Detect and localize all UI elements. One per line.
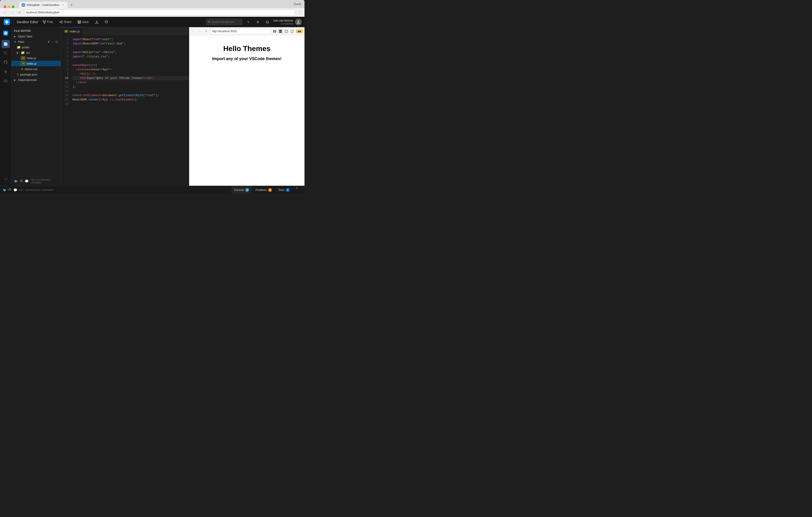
activity-bar <box>0 27 11 186</box>
editor-area: JS index.js 1 2 3 4 5 6 7 <box>61 27 304 186</box>
preview-forward-btn[interactable]: → <box>197 29 202 34</box>
tab-close-btn[interactable]: × <box>61 3 65 7</box>
files-new-btn[interactable]: + <box>51 40 54 44</box>
user-area[interactable]: Ives van Hoorne Compulves <box>273 19 302 25</box>
browser-tab[interactable]: 6wllzpj8wk - CodeSandbox × <box>19 2 67 8</box>
traffic-light-maximize[interactable] <box>12 5 14 8</box>
more-button[interactable]: ⋮ <box>297 10 302 15</box>
twitter-footer-icon[interactable]: 🐦 <box>3 188 6 192</box>
files-folder-btn[interactable]: ⊟ <box>55 40 58 44</box>
new-sandbox-button[interactable] <box>255 19 261 25</box>
search-activity-btn[interactable] <box>2 49 10 57</box>
preview-toolbar: ← → ⟳ http://localhost:3002/ <box>189 27 304 35</box>
preview-content: Hello Themes Import any of your VSCode t… <box>189 35 304 186</box>
files-activity-btn[interactable] <box>2 40 10 48</box>
github-activity-btn[interactable] <box>2 58 10 66</box>
search-input[interactable] <box>212 20 240 24</box>
tab-favicon <box>22 3 25 6</box>
code-editor[interactable]: 1 2 3 4 5 6 7 8 9 10 11 12 13 <box>61 35 189 186</box>
chat-icon[interactable]: 💬 <box>25 179 29 183</box>
problems-tab[interactable]: Problems 0 <box>253 186 274 194</box>
preview-open-new[interactable] <box>290 29 295 34</box>
database-activity-btn[interactable] <box>2 77 10 85</box>
tests-tab[interactable]: Tests 0 <box>276 186 292 194</box>
console-tab[interactable]: Console 3 <box>231 186 252 194</box>
problems-label: Problems <box>255 188 267 192</box>
traffic-light-close[interactable] <box>4 5 6 8</box>
twitter-icon[interactable]: 🐦 <box>14 179 18 183</box>
preview-address-bar[interactable]: http://localhost:3002/ <box>210 29 271 34</box>
save-label: Save <box>82 20 89 24</box>
sidebar-open-tabs[interactable]: ▶ Open Tabs <box>11 33 61 39</box>
sidebar-styles-css[interactable]: ≋ styles.css <box>11 66 61 72</box>
hello-js-label: Hello.js <box>27 56 36 60</box>
logo-button[interactable] <box>2 29 10 37</box>
preview-yellow-btn[interactable]: ■■ <box>296 29 303 33</box>
download-button[interactable] <box>93 20 100 25</box>
back-button[interactable]: ← <box>2 10 8 15</box>
app-logo[interactable] <box>3 18 11 26</box>
sidebar-public-folder[interactable]: 📁 public <box>11 45 61 50</box>
wifi-activity-btn[interactable] <box>2 176 10 184</box>
top-toolbar: Sandbox Editor Fork <box>0 17 304 27</box>
app-title: Sandbox Editor <box>17 20 38 24</box>
new-tab-button[interactable]: + <box>68 2 75 8</box>
svg-point-23 <box>4 80 7 81</box>
hello-js-icon: JS <box>21 56 25 60</box>
share-button[interactable]: Share <box>58 19 74 25</box>
preview-back-btn[interactable]: ← <box>191 29 196 34</box>
reload-button[interactable]: ⟳ <box>17 10 22 15</box>
svg-rect-19 <box>4 45 6 45</box>
code-line-4: import Hello from "./Hello"; <box>72 50 189 54</box>
files-actions: ⬆ + ⊟ <box>47 40 58 44</box>
files-upload-btn[interactable]: ⬆ <box>47 40 50 44</box>
code-line-13 <box>72 89 189 93</box>
files-arrow: ▼ <box>14 40 17 43</box>
traffic-light-minimize[interactable] <box>8 5 10 8</box>
sidebar-footer: 🐦 💬 DEV-15316628b3-c3e48a8e <box>11 176 61 186</box>
rocket-activity-btn[interactable] <box>2 68 10 76</box>
sidebar-dependencies[interactable]: ▶ Dependencies <box>11 77 61 83</box>
fork-button[interactable]: Fork <box>41 19 55 25</box>
notifications-button[interactable] <box>264 19 271 25</box>
code-content[interactable]: import React from "react"; import ReactD… <box>71 35 189 186</box>
bottom-status-text: DEV-15316628b3-c3e48a8e <box>19 189 54 191</box>
code-line-9: <Hello /> <box>72 72 189 76</box>
sidebar-files[interactable]: ▼ Files ⬆ + ⊟ <box>11 39 61 45</box>
sidebar-index-js[interactable]: JS index.js <box>11 61 61 66</box>
bottom-close-btn[interactable]: ∧ <box>293 186 301 194</box>
deps-label: Dependencies <box>18 78 37 82</box>
github-footer-icon[interactable] <box>8 188 11 192</box>
code-line-8: <div className="App"> <box>72 67 189 72</box>
preview-layout-2[interactable] <box>278 29 283 34</box>
public-folder-label: public <box>22 46 30 49</box>
sidebar-src-folder[interactable]: ▶ 📁 src <box>11 50 61 55</box>
preview-h2: Import any of your VSCode themes! <box>212 56 281 61</box>
sidebar-package-json[interactable]: R package.json <box>11 72 61 77</box>
preview-view-icons <box>272 29 295 34</box>
bottom-tabs: Console 3 Problems 0 Tests 0 ∧ <box>228 186 304 194</box>
github-icon[interactable] <box>20 179 23 183</box>
editor-tabs: JS index.js <box>61 27 189 35</box>
code-line-1: import React from "react"; <box>72 37 189 42</box>
svg-point-20 <box>4 52 6 54</box>
like-button[interactable] <box>103 20 110 25</box>
guest-label: Guest <box>294 2 303 6</box>
console-badge: 3 <box>245 188 249 192</box>
preview-layout-1[interactable] <box>272 29 277 34</box>
user-avatar[interactable] <box>295 19 302 25</box>
search-box[interactable] <box>206 19 242 25</box>
preview-url: http://localhost:3002/ <box>212 30 237 33</box>
chat-footer-icon[interactable]: 💬 <box>13 188 17 192</box>
preview-reload-btn[interactable]: ⟳ <box>204 29 209 34</box>
sidebar-hello-js[interactable]: JS Hello.js <box>11 55 61 61</box>
tests-badge: 0 <box>286 188 290 192</box>
save-button[interactable]: Save <box>76 19 91 25</box>
preview-layout-3[interactable] <box>284 29 289 34</box>
code-line-11: </div> <box>72 80 189 85</box>
code-line-7: const App = () => ( <box>72 63 189 67</box>
address-bar[interactable]: localhost:3000/s/6wllzpj8wk <box>24 9 295 16</box>
settings-button[interactable] <box>245 19 252 25</box>
editor-tab-index-js[interactable]: JS index.js <box>61 27 83 35</box>
forward-button[interactable]: → <box>9 10 15 15</box>
